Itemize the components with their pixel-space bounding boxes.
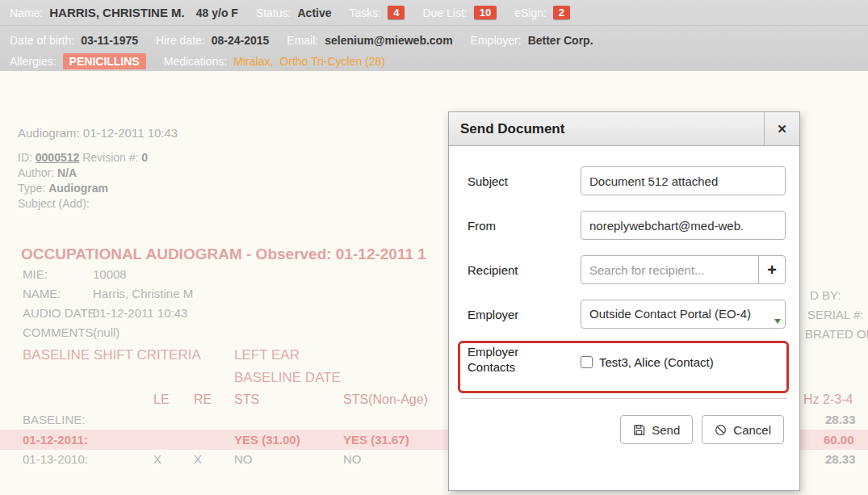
field-label: AUDIO DATE: — [23, 306, 99, 320]
row-label: 01-12-2011: — [23, 433, 88, 447]
modal-title: Send Document — [449, 112, 764, 145]
field-label: MIE: — [23, 267, 48, 281]
row-right-value: 28.33 — [825, 452, 856, 466]
employer-row: Employer Outside Contact Portal (EO-4) — [461, 300, 787, 329]
baseline-criteria-heading: BASELINE SHIFT CRITERIA — [23, 347, 201, 363]
recipient-label: Recipient — [468, 263, 581, 277]
doc-id-label: ID: — [18, 151, 32, 164]
from-label: From — [468, 219, 581, 233]
cancel-icon — [715, 424, 727, 436]
patient-name: HARRIS, CHRISTINE M. — [49, 6, 185, 19]
cutoff-label: D BY: — [810, 288, 841, 302]
author-value: N/A — [57, 166, 77, 179]
patient-banner-row1: Name: HARRIS, CHRISTINE M. 48 y/o F Stat… — [0, 0, 868, 26]
employer-contacts-row: Employer Contacts Test3, Alice (Contact) — [461, 344, 787, 380]
document-meta: ID: 0000512 Revision #: 0 Author: N/A Ty… — [18, 150, 148, 212]
close-button[interactable]: ✕ — [764, 112, 799, 145]
column-header-sts: STS — [234, 392, 259, 407]
document-title: Audiogram: 01-12-2011 10:43 — [18, 126, 178, 140]
recipient-search-input[interactable] — [581, 255, 759, 284]
field-label: COMMENTS: — [23, 325, 97, 339]
subject-suffix: ): — [82, 197, 90, 210]
row-right-value: 60.00 — [824, 433, 854, 447]
esign-count-badge[interactable]: 2 — [553, 6, 570, 19]
dob-value: 03-11-1975 — [81, 34, 138, 47]
field-value: (null) — [93, 325, 120, 339]
esign-label: eSign: — [514, 6, 547, 19]
left-ear-heading: LEFT EAR — [234, 347, 300, 363]
modal-header: Send Document ✕ — [449, 112, 799, 146]
allergy-badge[interactable]: PENICILLINS — [63, 53, 146, 69]
patient-banner-row2: Date of birth: 03-11-1975 Hire date: 08-… — [0, 29, 868, 52]
doc-id-link[interactable]: 0000512 — [36, 151, 80, 164]
subject-add-link[interactable]: Add — [62, 197, 82, 210]
close-icon: ✕ — [777, 122, 787, 136]
tasks-label: Tasks: — [350, 6, 382, 19]
employer-banner-label: Employer: — [471, 34, 522, 47]
due-list-label: Due List: — [422, 6, 467, 19]
medication-link-1[interactable]: Miralax, — [233, 55, 273, 68]
hire-date-label: Hire date: — [156, 34, 205, 47]
field-value: 01-12-2011 10:43 — [93, 306, 187, 320]
contact-checkbox[interactable] — [581, 356, 593, 368]
send-button[interactable]: Send — [620, 415, 693, 444]
patient-age-sex: 48 y/o F — [196, 6, 238, 19]
tasks-count-badge[interactable]: 4 — [388, 6, 405, 19]
subject-input[interactable] — [581, 166, 786, 195]
modal-body: Subject From Recipient + Employer Outsid… — [449, 146, 799, 444]
employer-label: Employer — [468, 308, 581, 321]
row-sts-value: NO — [234, 452, 253, 466]
from-row: From — [461, 211, 787, 240]
medications-label: Medications: — [164, 55, 228, 68]
column-header-sts-non-age: STS(Non-Age) — [343, 392, 428, 407]
author-label: Author: — [18, 166, 54, 179]
plus-icon: + — [767, 261, 777, 279]
row-right-value: 28.33 — [825, 413, 856, 426]
contact-option-label: Test3, Alice (Contact) — [599, 355, 714, 369]
row-sts-value: YES (31.00) — [234, 433, 300, 447]
employer-select[interactable]: Outside Contact Portal (EO-4) — [581, 300, 786, 329]
subject-label: Subject — [468, 174, 581, 188]
subject-prefix: Subject ( — [18, 197, 62, 210]
cutoff-label: BRATED ON — [805, 327, 868, 341]
column-header-re: RE — [194, 392, 212, 407]
modal-footer: Send Cancel — [461, 415, 787, 444]
row-label: 01-13-2010: — [23, 452, 88, 466]
add-recipient-button[interactable]: + — [758, 255, 786, 284]
medication-link-2[interactable]: Ortho Tri-Cyclen (28) — [279, 55, 385, 68]
allergies-label: Allergies: — [10, 55, 57, 68]
cancel-button[interactable]: Cancel — [702, 415, 784, 444]
field-value: 10008 — [93, 267, 127, 281]
employer-select-value: Outside Contact Portal (EO-4) — [589, 307, 751, 321]
patient-banner: Name: HARRIS, CHRISTINE M. 48 y/o F Stat… — [0, 0, 868, 71]
row-sts-non-age-value: YES (31.67) — [343, 433, 409, 447]
audiogram-heading: OCCUPATIONAL AUDIOGRAM - Observed: 01-12… — [21, 245, 426, 263]
status-value: Active — [297, 6, 331, 19]
type-label: Type: — [18, 182, 45, 195]
save-icon — [633, 424, 645, 436]
baseline-date-heading: BASELINE DATE — [234, 370, 341, 386]
hire-date-value: 08-24-2015 — [212, 34, 270, 47]
row-sts-non-age-value: NO — [343, 452, 362, 466]
row-re-value: X — [194, 452, 202, 466]
patient-banner-row3: Allergies: PENICILLINS Medications: Mira… — [0, 52, 868, 71]
column-header-le: LE — [153, 392, 170, 407]
status-label: Status: — [256, 6, 291, 19]
email-label: Email: — [287, 34, 318, 47]
select-arrow-icon — [774, 319, 781, 324]
employer-banner-value: Better Corp. — [528, 34, 593, 47]
due-list-count-badge[interactable]: 10 — [474, 6, 497, 19]
row-label: BASELINE: — [23, 413, 86, 426]
revision-value: 0 — [141, 151, 148, 164]
from-input[interactable] — [581, 211, 786, 240]
revision-label: Revision #: — [82, 151, 138, 164]
column-header-hz: Hz 2-3-4 — [803, 392, 853, 407]
type-value: Audiogram — [48, 182, 108, 195]
employer-contacts-label: Employer Contacts — [468, 344, 581, 375]
name-label: Name: — [10, 6, 43, 19]
footer-divider — [461, 398, 787, 399]
send-document-modal: Send Document ✕ Subject From Recipient +… — [448, 111, 800, 491]
subject-row: Subject — [461, 166, 787, 195]
field-value: Harris, Christine M — [93, 287, 193, 300]
contact-option: Test3, Alice (Contact) — [581, 354, 714, 369]
